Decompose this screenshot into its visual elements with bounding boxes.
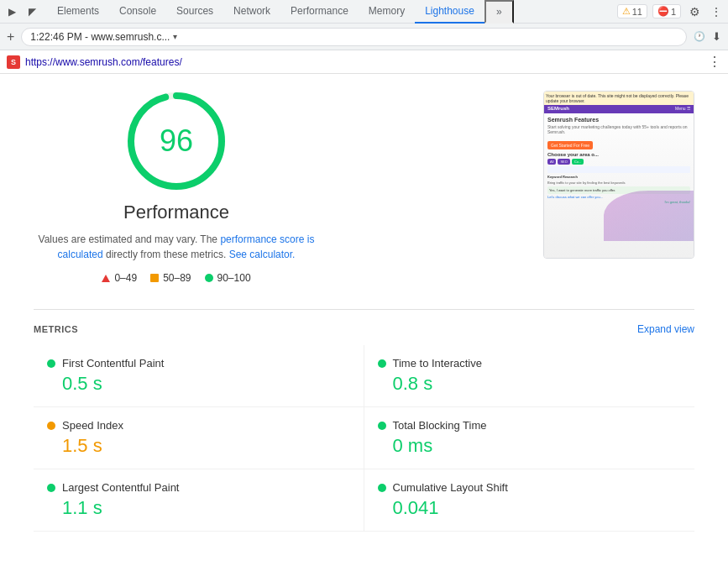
performance-gauge: 96 (126, 91, 227, 191)
score-left: 96 Performance Values are estimated and … (34, 91, 319, 284)
si-status-dot (47, 422, 55, 430)
site-favicon: S (7, 55, 20, 69)
address-bar: + 1:22:46 PM - www.semrush.c... ▾ 🕐 ⬇ (0, 24, 728, 50)
metrics-title: METRICS (34, 324, 78, 334)
tab-lighthouse[interactable]: Lighthouse (415, 0, 484, 24)
tti-status-dot (378, 359, 386, 368)
more-options-icon[interactable]: ⋮ (708, 3, 725, 20)
tbt-label: Total Blocking Time (393, 419, 487, 432)
device-toggle-icon[interactable]: ◤ (24, 3, 40, 20)
settings-icon[interactable]: ⚙ (686, 3, 703, 20)
legend-average: 50–89 (150, 272, 191, 284)
metric-tbt: Total Blocking Time 0 ms (364, 407, 695, 469)
tab-network[interactable]: Network (223, 0, 280, 24)
si-label: Speed Index (62, 419, 123, 432)
lcp-label: Largest Contentful Paint (62, 481, 179, 494)
tab-sources[interactable]: Sources (166, 0, 223, 24)
fcp-status-dot (47, 359, 55, 368)
preview-alert-banner: Your browser is out of date. This site m… (544, 92, 694, 105)
devtools-titlebar: ▶ ◤ Elements Console Sources Network Per… (0, 0, 728, 24)
cls-status-dot (378, 484, 386, 492)
fcp-label: First Contentful Paint (62, 357, 164, 369)
preview-cta: Get Started For Free (547, 141, 593, 149)
metric-tti: Time to Interactive 0.8 s (364, 345, 695, 407)
error-icon: ⛔ (657, 6, 669, 17)
metric-fcp: First Contentful Paint 0.5 s (34, 345, 364, 407)
tab-console[interactable]: Console (109, 0, 166, 24)
legend-average-label: 50–89 (163, 272, 191, 284)
fcp-value: 0.5 s (47, 373, 350, 395)
tbt-status-dot (378, 422, 386, 430)
preview-tag-seo: SEO (558, 159, 569, 165)
preview-section-title: Choose your area o... (547, 152, 690, 157)
preview-tag-content: Co... (572, 159, 584, 165)
metrics-header: METRICS Expand view (34, 309, 694, 335)
preview-tags: All SEO Co... (547, 159, 690, 165)
legend-fail-label: 0–49 (114, 272, 137, 284)
main-content: 96 Performance Values are estimated and … (0, 74, 728, 566)
score-legend: 0–49 50–89 90–100 (102, 272, 250, 284)
legend-fail: 0–49 (102, 272, 137, 284)
tti-value: 0.8 s (378, 373, 682, 395)
preview-keyword-research: Keyword Research (547, 175, 690, 179)
cls-value: 0.041 (378, 497, 682, 519)
errors-count: 1 (671, 7, 676, 17)
errors-badge[interactable]: ⛔ 1 (652, 4, 681, 18)
fail-icon (102, 275, 110, 282)
lcp-value: 1.1 s (47, 497, 350, 519)
metrics-grid: First Contentful Paint 0.5 s Time to Int… (34, 345, 694, 532)
preview-row1 (547, 166, 690, 173)
preview-tag-all: All (547, 159, 556, 165)
perf-calculator-link[interactable]: See calculator. (229, 249, 296, 260)
more-tabs-button[interactable]: » (484, 0, 514, 24)
legend-pass-label: 90–100 (217, 272, 251, 284)
tab-memory[interactable]: Memory (359, 0, 415, 24)
warnings-badge[interactable]: ⚠ 11 (617, 4, 647, 18)
tab-performance[interactable]: Performance (280, 0, 359, 24)
download-icon: ⬇ (712, 30, 721, 43)
preview-keyword-desc: Bring traffic to your site by finding th… (547, 181, 690, 185)
expand-view-button[interactable]: Expand view (637, 323, 694, 335)
warnings-count: 11 (632, 7, 642, 17)
score-section: 96 Performance Values are estimated and … (34, 91, 694, 284)
preview-logo: SEMrush (547, 106, 569, 111)
metric-si: Speed Index 1.5 s (34, 407, 364, 469)
address-input[interactable]: 1:22:46 PM - www.semrush.c... ▾ (21, 28, 687, 46)
preview-nav: Menu ☰ (675, 106, 690, 111)
url-bar: S https://www.semrush.com/features/ ⋮ (0, 50, 728, 74)
preview-sub: Start solving your marketing challenges … (547, 124, 690, 134)
metric-lcp: Largest Contentful Paint 1.1 s (34, 469, 364, 532)
url-more-icon[interactable]: ⋮ (708, 54, 721, 70)
legend-pass: 90–100 (205, 272, 251, 284)
metric-cls: Cumulative Layout Shift 0.041 (364, 469, 695, 532)
performance-title: Performance (123, 202, 229, 223)
clock-icon: 🕐 (694, 31, 705, 42)
warning-icon: ⚠ (622, 6, 631, 17)
page-preview: Your browser is out of date. This site m… (543, 91, 694, 259)
inspect-icon[interactable]: ▶ (3, 3, 20, 20)
tbt-value: 0 ms (378, 435, 682, 457)
perf-desc-text2: directly from these metrics. (106, 249, 226, 260)
si-value: 1.5 s (47, 435, 350, 457)
cls-label: Cumulative Layout Shift (393, 481, 508, 494)
devtools-tab-list: Elements Console Sources Network Perform… (47, 0, 617, 24)
devtools-right-controls: ⚠ 11 ⛔ 1 ⚙ ⋮ (617, 3, 725, 20)
new-tab-button[interactable]: + (7, 29, 14, 45)
average-icon (150, 274, 159, 282)
address-url: www.semrush.c... (91, 31, 170, 43)
address-dropdown-icon[interactable]: ▾ (173, 32, 177, 41)
gauge-score-value: 96 (160, 123, 193, 159)
preview-title: Semrush Features (547, 117, 690, 123)
lcp-status-dot (47, 484, 55, 492)
url-text: https://www.semrush.com/features/ (25, 56, 703, 68)
perf-desc-text1: Values are estimated and may vary. The (39, 233, 217, 245)
tab-elements[interactable]: Elements (47, 0, 109, 24)
devtools-controls: ▶ ◤ (3, 3, 40, 20)
preview-decoration (604, 191, 694, 241)
tti-label: Time to Interactive (393, 357, 482, 369)
address-time: 1:22:46 PM (30, 31, 81, 43)
pass-icon (205, 274, 213, 282)
performance-description: Values are estimated and may vary. The p… (34, 232, 319, 262)
